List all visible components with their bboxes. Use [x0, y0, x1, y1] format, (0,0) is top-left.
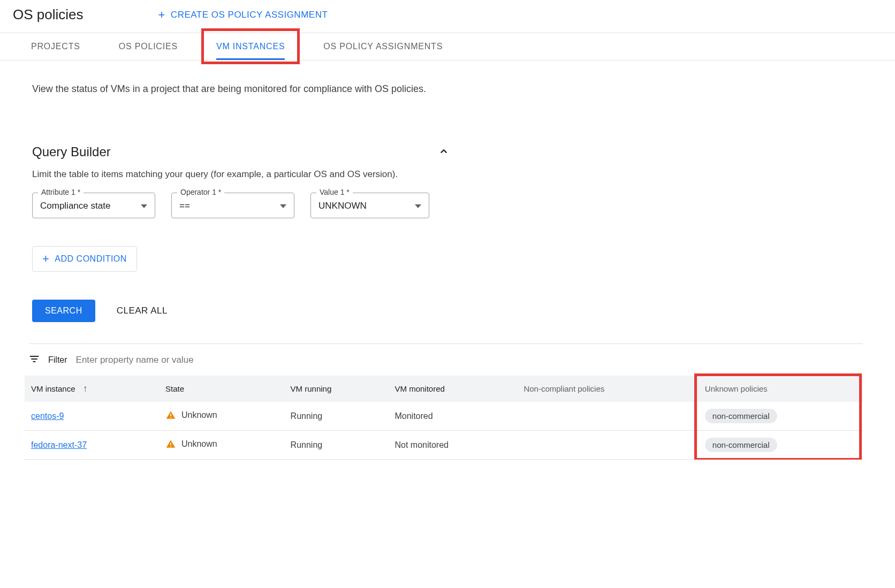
svg-rect-3 — [170, 446, 171, 447]
running-value: Running — [284, 431, 389, 460]
tabs-row: PROJECTS OS POLICIES VM INSTANCES OS POL… — [0, 33, 895, 60]
attribute-label: Attribute 1 * — [38, 188, 84, 196]
col-noncompliant-policies[interactable]: Non-compliant policies — [517, 376, 698, 402]
col-unknown-policies[interactable]: Unknown policies — [699, 376, 863, 402]
filter-label: Filter — [48, 355, 67, 365]
unknown-policy-pill[interactable]: non-commercial — [705, 409, 777, 423]
page-title: OS policies — [13, 6, 84, 23]
clear-all-button[interactable]: CLEAR ALL — [117, 306, 168, 316]
main-content: View the status of VMs in a project that… — [0, 60, 895, 460]
filter-bar: Filter — [29, 343, 863, 376]
col-state[interactable]: State — [159, 376, 284, 402]
monitored-value: Monitored — [388, 402, 517, 431]
add-condition-label: ADD CONDITION — [55, 254, 127, 264]
query-builder-subtitle: Limit the table to items matching your q… — [32, 169, 863, 180]
query-builder-header: Query Builder — [32, 144, 450, 159]
dropdown-arrow-icon — [141, 204, 147, 208]
attribute-select[interactable]: Attribute 1 * Compliance state — [32, 193, 155, 218]
operator-label: Operator 1 * — [177, 188, 224, 196]
operator-select[interactable]: Operator 1 * == — [171, 193, 294, 218]
search-button[interactable]: SEARCH — [32, 300, 95, 322]
svg-rect-0 — [170, 414, 171, 416]
col-vm-monitored[interactable]: VM monitored — [388, 376, 517, 402]
col-vm-instance-label: VM instance — [31, 384, 75, 393]
tab-vm-instances[interactable]: VM INSTANCES — [216, 33, 285, 60]
svg-rect-1 — [170, 417, 171, 418]
running-value: Running — [284, 402, 389, 431]
page-header: OS policies + CREATE OS POLICY ASSIGNMEN… — [0, 0, 895, 33]
vm-instances-table: VM instance ↑ State VM running VM monito… — [25, 376, 863, 460]
operator-value: == — [179, 201, 190, 211]
value-value: UNKNOWN — [318, 201, 367, 211]
create-button-label: CREATE OS POLICY ASSIGNMENT — [171, 10, 328, 20]
plus-icon: + — [42, 252, 49, 266]
plus-icon: + — [158, 8, 165, 22]
dropdown-arrow-icon — [280, 204, 286, 208]
tab-os-policy-assignments[interactable]: OS POLICY ASSIGNMENTS — [323, 33, 443, 60]
vm-link[interactable]: fedora-next-37 — [31, 440, 87, 449]
table-row: fedora-next-37 Unknown Running Not monit… — [25, 431, 863, 460]
filter-input[interactable] — [76, 355, 863, 365]
vm-link[interactable]: centos-9 — [31, 411, 64, 421]
dropdown-arrow-icon — [415, 204, 421, 208]
results-table-wrapper: VM instance ↑ State VM running VM monito… — [25, 376, 863, 460]
state-value: Unknown — [181, 439, 217, 449]
warning-icon — [165, 439, 176, 449]
value-label: Value 1 * — [316, 188, 353, 196]
tab-os-policies[interactable]: OS POLICIES — [119, 33, 178, 60]
tab-projects[interactable]: PROJECTS — [31, 33, 80, 60]
arrow-up-icon: ↑ — [83, 383, 88, 394]
filter-icon — [29, 354, 40, 366]
create-os-policy-assignment-button[interactable]: + CREATE OS POLICY ASSIGNMENT — [158, 8, 328, 22]
col-vm-running[interactable]: VM running — [284, 376, 389, 402]
col-vm-instance[interactable]: VM instance ↑ — [25, 376, 159, 402]
chevron-up-icon[interactable] — [438, 146, 450, 159]
noncompliant-value — [517, 431, 698, 460]
unknown-policy-pill[interactable]: non-commercial — [705, 438, 777, 452]
value-select[interactable]: Value 1 * UNKNOWN — [310, 193, 429, 218]
query-builder-conditions: Attribute 1 * Compliance state Operator … — [32, 193, 863, 218]
table-row: centos-9 Unknown Running Monitored non-c… — [25, 402, 863, 431]
noncompliant-value — [517, 402, 698, 431]
monitored-value: Not monitored — [388, 431, 517, 460]
query-builder-title: Query Builder — [32, 144, 111, 159]
table-header-row: VM instance ↑ State VM running VM monito… — [25, 376, 863, 402]
state-value: Unknown — [181, 410, 217, 420]
page-description: View the status of VMs in a project that… — [32, 82, 460, 96]
warning-icon — [165, 410, 176, 421]
add-condition-button[interactable]: + ADD CONDITION — [32, 246, 137, 272]
attribute-value: Compliance state — [40, 201, 110, 211]
svg-rect-2 — [170, 442, 171, 445]
